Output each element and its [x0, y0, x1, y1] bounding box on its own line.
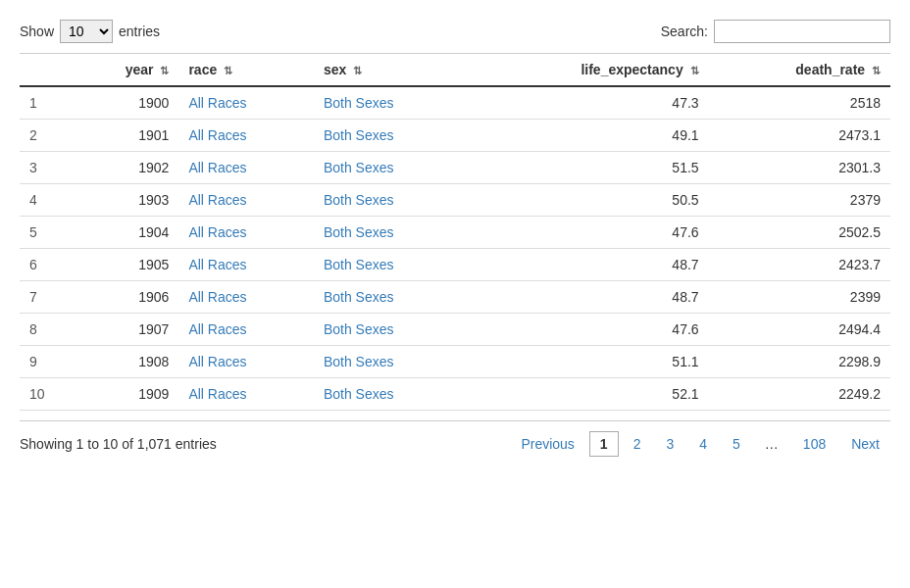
cell-year: 1909	[69, 378, 178, 411]
cell-life-expectancy: 52.1	[470, 378, 709, 411]
cell-death-rate: 2399	[709, 281, 890, 314]
cell-sex: Both Sexes	[314, 378, 470, 411]
search-label: Search:	[661, 24, 708, 39]
cell-race: All Races	[178, 346, 313, 378]
cell-year: 1903	[69, 184, 178, 217]
entries-label: entries	[119, 24, 160, 39]
search-input[interactable]	[714, 20, 890, 43]
cell-race: All Races	[178, 314, 313, 346]
cell-index: 8	[20, 314, 69, 346]
cell-race: All Races	[178, 249, 313, 281]
cell-index: 2	[20, 120, 69, 152]
data-table: year ⇅ race ⇅ sex ⇅ life_expectancy ⇅ de…	[20, 53, 890, 411]
cell-sex: Both Sexes	[314, 184, 470, 217]
page-1[interactable]: 1	[589, 431, 619, 457]
cell-index: 7	[20, 281, 69, 314]
cell-race: All Races	[178, 120, 313, 152]
cell-race: All Races	[178, 281, 313, 314]
cell-sex: Both Sexes	[314, 120, 470, 152]
next-button[interactable]: Next	[840, 431, 890, 457]
cell-sex: Both Sexes	[314, 281, 470, 314]
cell-year: 1901	[69, 120, 178, 152]
pagination: Previous 1 2 3 4 5 … 108 Next	[510, 431, 890, 457]
cell-sex: Both Sexes	[314, 249, 470, 281]
page-3[interactable]: 3	[655, 431, 684, 457]
cell-death-rate: 2502.5	[709, 217, 890, 249]
table-header-row: year ⇅ race ⇅ sex ⇅ life_expectancy ⇅ de…	[20, 54, 890, 87]
cell-year: 1902	[69, 152, 178, 184]
col-race-label: race	[188, 62, 217, 77]
cell-index: 5	[20, 217, 69, 249]
cell-death-rate: 2473.1	[709, 120, 890, 152]
cell-index: 3	[20, 152, 69, 184]
cell-life-expectancy: 49.1	[470, 120, 709, 152]
cell-sex: Both Sexes	[314, 346, 470, 378]
page-2[interactable]: 2	[623, 431, 652, 457]
sort-arrows-death-rate: ⇅	[872, 65, 881, 77]
col-header-year[interactable]: year ⇅	[69, 54, 178, 87]
show-label: Show	[20, 24, 54, 39]
search-control: Search:	[661, 20, 890, 43]
sort-arrows-sex: ⇅	[353, 65, 362, 77]
col-header-sex[interactable]: sex ⇅	[314, 54, 470, 87]
table-row: 81907All RacesBoth Sexes47.62494.4	[20, 314, 890, 346]
cell-year: 1905	[69, 249, 178, 281]
cell-death-rate: 2494.4	[709, 314, 890, 346]
cell-race: All Races	[178, 184, 313, 217]
cell-death-rate: 2298.9	[709, 346, 890, 378]
cell-death-rate: 2379	[709, 184, 890, 217]
cell-death-rate: 2423.7	[709, 249, 890, 281]
table-row: 91908All RacesBoth Sexes51.12298.9	[20, 346, 890, 378]
cell-index: 9	[20, 346, 69, 378]
col-life-expectancy-label: life_expectancy	[581, 62, 682, 77]
cell-year: 1907	[69, 314, 178, 346]
cell-race: All Races	[178, 152, 313, 184]
col-header-life-expectancy[interactable]: life_expectancy ⇅	[470, 54, 709, 87]
show-entries-control: Show 10 25 50 100 entries	[20, 20, 160, 43]
page-108[interactable]: 108	[792, 431, 836, 457]
cell-life-expectancy: 48.7	[470, 281, 709, 314]
cell-race: All Races	[178, 217, 313, 249]
cell-sex: Both Sexes	[314, 314, 470, 346]
col-year-label: year	[126, 62, 154, 77]
col-header-race[interactable]: race ⇅	[178, 54, 313, 87]
page-4[interactable]: 4	[688, 431, 718, 457]
ellipsis: …	[755, 432, 788, 456]
cell-death-rate: 2301.3	[709, 152, 890, 184]
cell-life-expectancy: 51.5	[470, 152, 709, 184]
col-sex-label: sex	[324, 62, 346, 77]
sort-arrows-year: ⇅	[160, 65, 169, 77]
sort-arrows-race: ⇅	[224, 65, 232, 77]
top-controls: Show 10 25 50 100 entries Search:	[20, 20, 890, 43]
cell-year: 1904	[69, 217, 178, 249]
cell-life-expectancy: 47.3	[470, 86, 709, 120]
previous-button[interactable]: Previous	[510, 431, 584, 457]
col-header-index	[20, 54, 69, 87]
showing-text: Showing 1 to 10 of 1,071 entries	[20, 436, 217, 452]
cell-year: 1900	[69, 86, 178, 120]
cell-life-expectancy: 48.7	[470, 249, 709, 281]
table-row: 71906All RacesBoth Sexes48.72399	[20, 281, 890, 314]
table-row: 41903All RacesBoth Sexes50.52379	[20, 184, 890, 217]
cell-sex: Both Sexes	[314, 152, 470, 184]
cell-year: 1906	[69, 281, 178, 314]
table-row: 21901All RacesBoth Sexes49.12473.1	[20, 120, 890, 152]
sort-arrows-life-expectancy: ⇅	[690, 65, 699, 77]
cell-race: All Races	[178, 86, 313, 120]
table-row: 61905All RacesBoth Sexes48.72423.7	[20, 249, 890, 281]
cell-index: 6	[20, 249, 69, 281]
entries-select[interactable]: 10 25 50 100	[60, 20, 113, 43]
cell-sex: Both Sexes	[314, 217, 470, 249]
cell-sex: Both Sexes	[314, 86, 470, 120]
cell-death-rate: 2518	[709, 86, 890, 120]
cell-race: All Races	[178, 378, 313, 411]
table-row: 31902All RacesBoth Sexes51.52301.3	[20, 152, 890, 184]
cell-life-expectancy: 47.6	[470, 314, 709, 346]
table-row: 51904All RacesBoth Sexes47.62502.5	[20, 217, 890, 249]
cell-index: 1	[20, 86, 69, 120]
page-5[interactable]: 5	[722, 431, 751, 457]
cell-year: 1908	[69, 346, 178, 378]
table-row: 101909All RacesBoth Sexes52.12249.2	[20, 378, 890, 411]
col-header-death-rate[interactable]: death_rate ⇅	[709, 54, 890, 87]
col-death-rate-label: death_rate	[795, 62, 865, 77]
